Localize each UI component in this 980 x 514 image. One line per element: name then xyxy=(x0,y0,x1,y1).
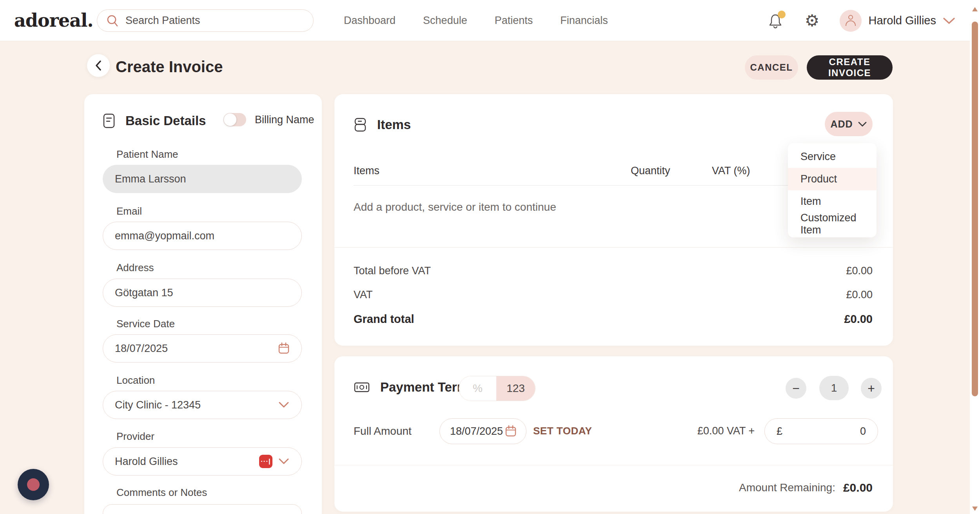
full-amount-label: Full Amount xyxy=(354,425,412,437)
email-label: Email xyxy=(116,205,142,217)
location-value: City Clinic - 12345 xyxy=(115,399,201,411)
payment-date-input[interactable] xyxy=(450,425,505,437)
total-before-vat-value: £0.00 xyxy=(846,265,873,277)
app-logo: adoreal. xyxy=(14,10,93,31)
number-mode-button[interactable]: 123 xyxy=(496,376,535,401)
payment-amount-field[interactable]: £ xyxy=(764,418,878,444)
notifications-button[interactable] xyxy=(766,11,785,30)
menu-item-customized-item[interactable]: Customized Item xyxy=(788,213,877,235)
email-field[interactable] xyxy=(103,222,302,250)
email-input[interactable] xyxy=(115,230,290,242)
toggle-knob xyxy=(224,113,236,126)
menu-item-item[interactable]: Item xyxy=(788,190,877,213)
provider-select[interactable]: Harold Gillies ···| xyxy=(103,447,302,476)
comments-label: Comments or Notes xyxy=(116,487,207,499)
back-button[interactable] xyxy=(87,54,110,77)
nav-dashboard[interactable]: Dashboard xyxy=(344,15,396,27)
grand-total-label: Grand total xyxy=(354,313,414,326)
nav-patients[interactable]: Patients xyxy=(495,15,533,27)
add-button-label: ADD xyxy=(830,118,853,130)
patient-name-input xyxy=(115,173,290,185)
address-input[interactable] xyxy=(115,287,290,299)
calendar-icon[interactable] xyxy=(505,425,517,437)
service-date-input[interactable] xyxy=(115,343,272,355)
chat-launcher-button[interactable] xyxy=(18,469,49,500)
provider-label: Provider xyxy=(116,430,154,443)
number-mode-label: 123 xyxy=(506,382,525,395)
items-title: Items xyxy=(377,117,411,132)
empty-state-message: Add a product, service or item to contin… xyxy=(354,201,556,213)
column-vat: VAT (%) xyxy=(712,165,750,177)
payment-divider xyxy=(334,465,893,465)
total-before-vat-row: Total before VAT £0.00 xyxy=(354,265,873,277)
amount-remaining: Amount Remaining: £0.00 xyxy=(739,481,873,494)
decrease-installments-button[interactable]: − xyxy=(786,378,806,399)
location-label: Location xyxy=(116,374,155,386)
basic-details-title: Basic Details xyxy=(125,113,206,128)
vat-value: £0.00 xyxy=(846,289,873,301)
set-today-button[interactable]: SET TODAY xyxy=(533,425,592,437)
patient-search[interactable] xyxy=(97,9,314,32)
user-name: Harold Gillies xyxy=(869,14,936,27)
avatar xyxy=(840,10,862,32)
gear-icon: ⚙ xyxy=(805,13,820,29)
percent-icon: % xyxy=(473,382,483,395)
increase-installments-button[interactable]: + xyxy=(861,378,882,399)
chevron-down-icon xyxy=(936,17,956,25)
amount-remaining-value: £0.00 xyxy=(843,481,873,494)
patient-name-label: Patient Name xyxy=(116,148,178,160)
notification-badge xyxy=(778,11,786,18)
input-cursor-badge-icon: ···| xyxy=(259,455,272,468)
chevron-down-icon[interactable] xyxy=(278,401,290,408)
calendar-icon[interactable] xyxy=(278,342,290,355)
add-item-menu: Service Product Item Customized Item xyxy=(788,143,877,237)
menu-item-product[interactable]: Product xyxy=(788,168,877,190)
document-icon xyxy=(103,113,115,129)
items-box-icon xyxy=(354,117,367,133)
amount-remaining-label: Amount Remaining: xyxy=(739,481,835,494)
chat-launcher-icon xyxy=(27,478,40,491)
create-invoice-button[interactable]: CREATE INVOICE xyxy=(807,55,893,80)
user-menu[interactable]: Harold Gillies xyxy=(840,10,956,32)
vat-row: VAT £0.00 xyxy=(354,289,873,301)
search-icon xyxy=(106,14,119,27)
top-bar: adoreal. Dashboard Schedule Patients Fin… xyxy=(0,0,980,41)
banknote-icon xyxy=(354,381,370,394)
scroll-down-arrow-icon[interactable] xyxy=(972,507,978,511)
nav-financials[interactable]: Financials xyxy=(560,15,608,27)
payment-date-field[interactable] xyxy=(439,418,526,444)
menu-item-service[interactable]: Service xyxy=(788,146,877,168)
basic-details-card: Basic Details Billing Name Patient Name … xyxy=(84,94,322,514)
provider-value: Harold Gillies xyxy=(115,456,178,468)
address-label: Address xyxy=(116,262,154,274)
address-field[interactable] xyxy=(103,279,302,307)
vat-label: VAT xyxy=(354,289,373,301)
main-nav: Dashboard Schedule Patients Financials xyxy=(344,0,608,41)
location-select[interactable]: City Clinic - 12345 xyxy=(103,391,302,419)
comments-textarea[interactable] xyxy=(103,504,302,514)
chevron-left-icon xyxy=(94,60,103,71)
percent-mode-button[interactable]: % xyxy=(459,376,496,401)
settings-button[interactable]: ⚙ xyxy=(803,11,822,30)
total-before-vat-label: Total before VAT xyxy=(354,265,431,277)
search-input[interactable] xyxy=(125,15,305,27)
chevron-down-icon[interactable] xyxy=(278,458,290,465)
user-icon xyxy=(845,15,857,27)
scroll-up-arrow-icon[interactable] xyxy=(972,7,978,11)
page-title: Create Invoice xyxy=(116,58,223,76)
column-quantity: Quantity xyxy=(631,165,670,177)
currency-prefix: £ xyxy=(777,425,782,437)
scrollbar-thumb[interactable] xyxy=(972,22,978,396)
nav-schedule[interactable]: Schedule xyxy=(423,15,467,27)
patient-name-field xyxy=(103,165,302,193)
scrollbar-track[interactable] xyxy=(970,0,980,514)
payment-amount-input[interactable] xyxy=(782,425,866,437)
grand-total-value: £0.00 xyxy=(844,313,873,326)
service-date-field[interactable] xyxy=(103,334,302,363)
payment-mode-toggle: % 123 xyxy=(459,376,535,401)
installment-count: 1 xyxy=(819,376,849,400)
vat-plus-text: £0.00 VAT + xyxy=(697,425,755,437)
cancel-button[interactable]: CANCEL xyxy=(745,55,798,80)
billing-name-toggle[interactable] xyxy=(223,113,246,126)
add-button[interactable]: ADD xyxy=(825,112,873,136)
